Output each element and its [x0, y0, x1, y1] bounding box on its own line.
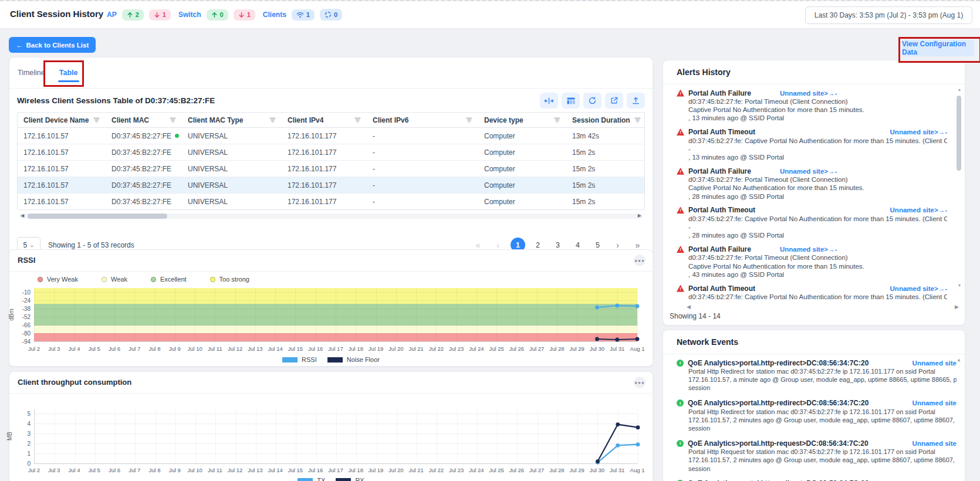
- stat-badge-wifi[interactable]: 1: [292, 9, 315, 21]
- scroll-up-icon[interactable]: ▲: [957, 357, 961, 363]
- table-cell: 172.16.101.57: [18, 181, 106, 189]
- alert-item: Portal Auth TimeoutUnnamed site>→-d0:37:…: [677, 128, 947, 162]
- series-legend-item[interactable]: RSSI: [282, 356, 317, 363]
- filter-icon[interactable]: [269, 117, 276, 123]
- scrollbar-thumb[interactable]: [957, 96, 961, 171]
- series-legend-item[interactable]: TX: [298, 477, 325, 481]
- scrollbar-thumb[interactable]: [28, 214, 167, 219]
- table-cell: 15m 2s: [566, 198, 645, 206]
- x-tick-label: Jul 14: [268, 467, 283, 473]
- x-tick-label: Jul 15: [288, 345, 303, 352]
- alarm-warning-icon: [677, 128, 684, 136]
- series-legend-item[interactable]: RX: [336, 477, 364, 481]
- alert-detail-line: , 28 minutes ago @ SSID Portal: [688, 192, 947, 201]
- alerts-vertical-scrollbar[interactable]: ▲ ▼: [957, 94, 961, 280]
- tab-table[interactable]: Table: [59, 69, 78, 77]
- cell-value: D0:37:45:B2:27:FE: [111, 181, 171, 189]
- cell-value: UNIVERSAL: [188, 132, 228, 140]
- alerts-showing-label: Showing 14 - 14: [670, 312, 721, 320]
- x-tick-label: Jul 15: [288, 467, 303, 473]
- x-tick-label: Jul 30: [590, 467, 604, 473]
- alert-site-link[interactable]: Unnamed site>→-: [890, 206, 947, 214]
- table-row[interactable]: 172.16.101.57D0:37:45:B2:27:FEUNIVERSAL1…: [18, 144, 644, 161]
- more-options-icon[interactable]: ●●●: [634, 377, 646, 388]
- column-header[interactable]: Client MAC Type: [182, 116, 282, 124]
- date-range-picker[interactable]: Last 30 Days: 3:53 pm (Jul 2) - 3:53 pm …: [805, 6, 972, 24]
- pagination-summary: Showing 1 - 5 of 53 records: [48, 241, 134, 249]
- x-tick-label: Jul 16: [308, 345, 323, 352]
- table-row[interactable]: 172.16.101.57D0:37:45:B2:27:FEUNIVERSAL1…: [18, 161, 644, 177]
- column-header[interactable]: Client IPv4: [282, 116, 367, 124]
- stat-badge-down[interactable]: 1: [149, 9, 171, 21]
- series-legend-item[interactable]: Noise Floor: [327, 356, 380, 363]
- scroll-left-icon[interactable]: ◀: [21, 213, 24, 218]
- zone-legend-dot: [102, 277, 107, 282]
- scroll-up-icon[interactable]: ▲: [957, 87, 962, 92]
- alert-site-link[interactable]: Unnamed site>→-: [780, 90, 837, 97]
- filter-icon[interactable]: [466, 117, 472, 123]
- alert-detail-line: -: [688, 223, 947, 231]
- table-cell: 15m 2s: [566, 181, 645, 189]
- stat-badge-roam[interactable]: 0: [320, 9, 342, 21]
- info-icon: i: [677, 399, 684, 407]
- scroll-right-icon[interactable]: ▶: [638, 213, 641, 218]
- event-title: QoE Analytics>portal.http-request>DC:08:…: [688, 439, 869, 448]
- cell-value: 15m 2s: [572, 181, 595, 189]
- column-header[interactable]: Session Duration: [566, 116, 645, 124]
- event-detail-line: session: [688, 424, 957, 432]
- table-row[interactable]: 172.16.101.57D0:37:45:B2:27:FEUNIVERSAL1…: [18, 128, 644, 144]
- alert-site-link[interactable]: Unnamed site>→-: [890, 128, 947, 136]
- alert-site-link[interactable]: Unnamed site>→-: [780, 168, 837, 175]
- table-row[interactable]: 172.16.101.57D0:37:45:B2:27:FEUNIVERSAL1…: [18, 194, 644, 209]
- rssi-x-axis-labels: Jul 2Jul 3Jul 4Jul 5Jul 6Jul 7Jul 8Jul 9…: [34, 345, 637, 353]
- column-header[interactable]: Client IPv6: [367, 116, 478, 124]
- table-row[interactable]: 172.16.101.57D0:37:45:B2:27:FEUNIVERSAL1…: [18, 177, 644, 194]
- event-site-link[interactable]: Unnamed site: [913, 360, 957, 367]
- zone-legend-item: Excellent: [151, 276, 187, 283]
- stat-badge-up[interactable]: 2: [122, 9, 144, 21]
- event-site-link[interactable]: Unnamed site: [913, 440, 957, 447]
- x-tick-label: Jul 21: [408, 345, 423, 352]
- network-events-panel: Network Events ▲ iQoE Analytics>portal.h…: [663, 330, 965, 481]
- back-to-clients-button[interactable]: ← Back to Clients List: [9, 37, 96, 53]
- alert-item: Portal Auth TimeoutUnnamed site>→-d0:37:…: [677, 284, 947, 301]
- refresh-button[interactable]: [583, 93, 601, 109]
- x-tick-label: Jul 19: [369, 345, 383, 352]
- column-resize-button[interactable]: [540, 93, 558, 109]
- stat-badge-up[interactable]: 0: [207, 9, 228, 21]
- stat-badge-down[interactable]: 1: [234, 9, 255, 21]
- filter-icon[interactable]: [354, 117, 361, 123]
- x-tick-label: Jul 16: [308, 467, 323, 473]
- scroll-down-icon[interactable]: ▼: [957, 283, 962, 287]
- column-header[interactable]: Client MAC: [106, 116, 182, 124]
- alerts-next-icon[interactable]: ▶: [955, 304, 959, 310]
- table-toolbar: [540, 93, 645, 109]
- down-icon: [154, 12, 160, 18]
- alert-item: Portal Auth FailureUnnamed site>→-d0:37:…: [677, 167, 947, 201]
- tab-timeline[interactable]: Timeline: [18, 69, 45, 77]
- column-header-label: Device type: [484, 116, 523, 124]
- filter-icon[interactable]: [634, 117, 641, 123]
- open-external-button[interactable]: [605, 93, 623, 109]
- alerts-prev-icon[interactable]: ◀: [687, 304, 691, 310]
- alert-detail-line: , 13 minutes ago @ SSID Portal: [688, 114, 947, 122]
- export-button[interactable]: [627, 93, 645, 109]
- more-options-icon[interactable]: ●●●: [634, 255, 646, 266]
- filter-icon[interactable]: [93, 117, 100, 123]
- column-header[interactable]: Client Device Name: [18, 116, 106, 124]
- columns-button[interactable]: [562, 93, 580, 109]
- alert-detail-line: d0:37:45:b2:27:fe: Portal Timeout (Clien…: [688, 97, 947, 106]
- alert-site-link[interactable]: Unnamed site>→-: [780, 246, 837, 253]
- alert-site-link[interactable]: Unnamed site>→-: [890, 285, 947, 292]
- event-site-link[interactable]: Unnamed site: [913, 399, 957, 407]
- filter-icon[interactable]: [554, 117, 560, 123]
- chart-series-layer: [34, 288, 637, 342]
- view-configuration-link[interactable]: View Configuration Data: [902, 40, 974, 56]
- table-horizontal-scrollbar[interactable]: ◀ ▶: [19, 214, 643, 219]
- x-tick-label: Jul 5: [89, 467, 100, 473]
- column-header[interactable]: Device type: [478, 116, 566, 124]
- table-cell: 15m 2s: [566, 148, 645, 157]
- throughput-x-axis-labels: Jul 2Jul 3Jul 4Jul 5Jul 6Jul 7Jul 8Jul 9…: [34, 467, 637, 474]
- filter-icon[interactable]: [170, 117, 176, 123]
- x-tick-label: Jul 8: [149, 345, 161, 352]
